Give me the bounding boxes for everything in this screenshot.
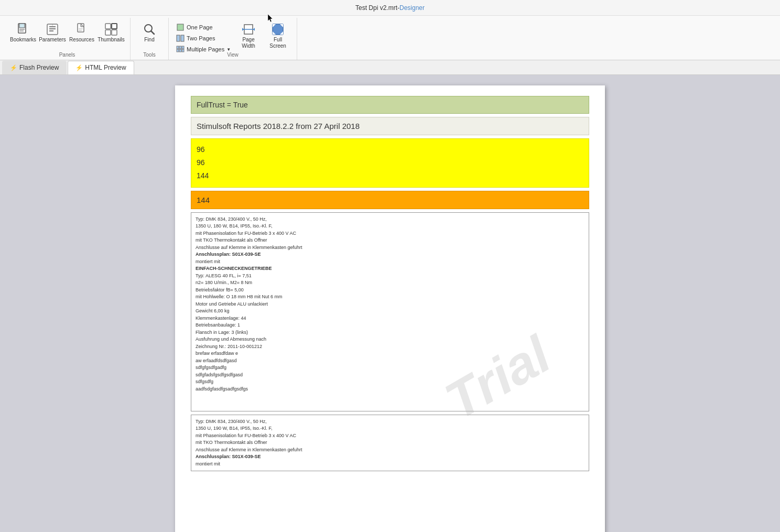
tools-buttons: Find	[136, 20, 163, 51]
report-text-box-2: Typ: DMK 834, 230/400 V., 50 Hz, 1350 U,…	[191, 415, 589, 472]
resources-icon	[74, 22, 89, 37]
ribbon: Bookmarks ? Parameters	[0, 16, 780, 60]
svg-rect-13	[112, 24, 117, 29]
svg-rect-14	[105, 30, 111, 35]
svg-rect-23	[182, 46, 184, 49]
svg-rect-15	[112, 30, 117, 35]
yellow-line-2: 96	[197, 156, 583, 169]
view-small-options: One Page Two Pages	[174, 20, 233, 55]
svg-marker-29	[242, 28, 244, 31]
svg-rect-21	[177, 46, 179, 49]
report-band-orange: 144	[191, 191, 589, 209]
text-line: Motor und Getriebe ALU unlackiert	[196, 301, 584, 308]
bookmarks-button[interactable]: Bookmarks	[9, 20, 37, 51]
text-line: montiert mit	[196, 258, 584, 266]
text-line: Typ: DMK 834, 230/400 V., 50 Hz,	[196, 418, 584, 426]
multiple-pages-dropdown[interactable]: ▼	[226, 47, 231, 52]
text-line: mit TKO Thermokontakt als Offner	[196, 237, 584, 244]
tab-flash-preview[interactable]: ⚡ Flash Preview	[2, 61, 67, 74]
text-line: Typ: ALESG 40 FL, i= 7,51	[196, 273, 584, 280]
svg-rect-19	[177, 35, 180, 41]
text-line: EINFACH-SCHNECKENGETRIEBE	[196, 265, 584, 273]
page-width-label: Page Width	[236, 37, 261, 49]
page-width-button[interactable]: Page Width	[235, 20, 262, 51]
title-filename: Test Dpi v2.mrt	[355, 4, 397, 12]
svg-rect-20	[181, 35, 184, 41]
report-page: Trial FullTrust = True Stimulsoft Report…	[175, 85, 605, 532]
ribbon-group-view: One Page Two Pages	[169, 18, 297, 60]
text-line: Anschlusse auf Klemme in Klemmenkasten g…	[196, 244, 584, 252]
orange-text: 144	[197, 196, 210, 204]
title-mode: Designer	[399, 4, 425, 12]
html-preview-icon: ⚡	[75, 64, 83, 71]
text-line: montiert mit	[196, 461, 584, 468]
text-line: aadfsdgfasdfgsadfgsdfgs	[196, 386, 584, 393]
flash-preview-icon: ⚡	[10, 64, 17, 71]
report-band-yellow: 96 96 144	[191, 138, 589, 188]
text-line: mit TKO Thermokontakt als Offner	[196, 439, 584, 447]
tab-html-preview[interactable]: ⚡ HTML Preview	[68, 61, 134, 74]
version-text: Stimulsoft Reports 2018.2.2 from 27 Apri…	[197, 122, 360, 131]
text-line: 1350 U, 180 W, B14, IP55, Iso.-Kl. F,	[196, 223, 584, 230]
thumbnails-button[interactable]: Thumbnails	[98, 20, 125, 51]
find-icon	[142, 22, 157, 37]
text-line: aw erfaadfdsdfgasd	[196, 357, 584, 365]
svg-rect-22	[179, 46, 181, 49]
page-width-icon	[241, 22, 256, 37]
text-line: Flansch in Lage: 3 (links)	[196, 329, 584, 336]
resources-label: Resources	[69, 37, 94, 42]
view-buttons: One Page Two Pages	[174, 20, 291, 55]
text-line: Ausfuhrung und Abmessung nach	[196, 336, 584, 343]
text-line: brefaw erfasdfdaw e	[196, 350, 584, 357]
yellow-line-1: 96	[197, 143, 583, 156]
report-text-box-1: Typ: DMK 834, 230/400 V., 50 Hz, 1350 U,…	[191, 212, 589, 411]
bookmarks-label: Bookmarks	[10, 37, 36, 42]
text-line: Gewicht 6,00 kg	[196, 308, 584, 315]
find-button[interactable]: Find	[136, 20, 163, 51]
text-line: Typ: DMK 834, 230/400 V., 50 Hz,	[196, 216, 584, 223]
one-page-icon	[176, 23, 185, 31]
parameters-button[interactable]: ? Parameters	[39, 20, 66, 51]
text-line: Zeichnung Nr.: 2011-10-001212	[196, 343, 584, 351]
text-line: Anschlussplan: S01X-039-SE	[196, 453, 584, 461]
report-content: FullTrust = True Stimulsoft Reports 2018…	[175, 85, 605, 482]
full-screen-icon	[270, 22, 285, 37]
thumbnails-icon	[104, 22, 118, 37]
fulltrust-text: FullTrust = True	[197, 101, 248, 109]
title-bar: Test Dpi v2.mrt - Designer	[0, 0, 780, 16]
text-line: sdfgfadsfgsdfgsdfgasd	[196, 372, 584, 379]
main-area: Trial FullTrust = True Stimulsoft Report…	[0, 75, 780, 532]
html-preview-label: HTML Preview	[85, 64, 126, 71]
resources-button[interactable]: Resources	[68, 20, 95, 51]
panels-group-label: Panels	[4, 52, 130, 58]
two-pages-button[interactable]: Two Pages	[174, 33, 233, 44]
one-page-button[interactable]: One Page	[174, 22, 233, 32]
text-line: Betriebsfaktor fB= 5,00	[196, 287, 584, 294]
ribbon-group-panels: Bookmarks ? Parameters	[4, 18, 131, 60]
text-line: mit Hohlwelle: O 18 mm H8 mit Nut 6 mm	[196, 294, 584, 301]
full-screen-button[interactable]: Full Screen	[264, 20, 291, 51]
report-band-version: Stimulsoft Reports 2018.2.2 from 27 Apri…	[191, 117, 589, 135]
parameters-icon: ?	[45, 22, 60, 37]
panels-buttons: Bookmarks ? Parameters	[9, 20, 125, 51]
text-line: n2= 180 U/min., M2= 8 Nm	[196, 279, 584, 287]
tools-group-label: Tools	[131, 52, 168, 58]
text-line: sdfgfgsdfgadfg	[196, 364, 584, 372]
svg-rect-1	[19, 24, 25, 28]
two-pages-icon	[176, 34, 185, 42]
text-line: mit Phasenisolation fur FU-Betrieb 3 x 4…	[196, 432, 584, 440]
parameters-label: Parameters	[39, 37, 66, 42]
text-line: Anschlusse auf Klemme in Klemmenkasten g…	[196, 447, 584, 454]
report-band-fulltrust: FullTrust = True	[191, 96, 589, 114]
bookmarks-icon	[16, 22, 30, 37]
text-line: Anschlussplan: S01X-039-SE	[196, 251, 584, 258]
svg-marker-30	[253, 28, 255, 31]
text-line: mit Phasenisolation fur FU-Betrieb 3 x 4…	[196, 230, 584, 237]
svg-rect-18	[177, 24, 183, 30]
flash-preview-label: Flash Preview	[19, 64, 59, 71]
text-line: Betriebsanbaulage: 1	[196, 322, 584, 329]
yellow-line-3: 144	[197, 169, 583, 182]
tabs-bar: ⚡ Flash Preview ⚡ HTML Preview	[0, 60, 780, 75]
svg-text:?: ?	[52, 24, 53, 27]
text-line: sdfgsdfg	[196, 378, 584, 386]
